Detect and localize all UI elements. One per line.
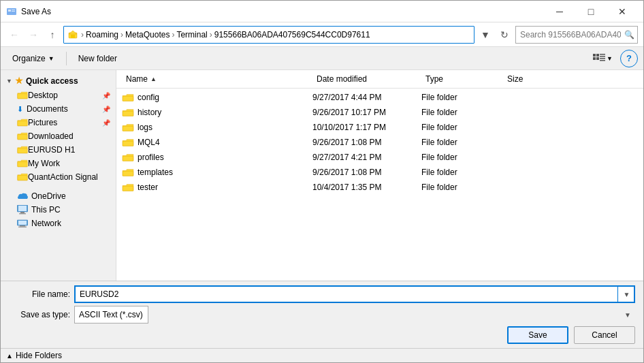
sidebar-item-downloaded[interactable]: Downloaded [1, 129, 116, 143]
svg-rect-20 [18, 176, 27, 180]
svg-rect-12 [600, 56, 605, 57]
mywork-label: My Work [28, 159, 60, 168]
pictures-pin-icon: 📌 [102, 119, 110, 127]
svg-rect-15 [18, 94, 27, 99]
folder-icon [122, 153, 134, 162]
sidebar-item-pictures[interactable]: Pictures 📌 [1, 116, 116, 129]
file-name-templates: templates [122, 168, 312, 177]
file-date-mql4: 9/26/2017 1:08 PM [312, 138, 421, 147]
quick-access-chevron: ▼ [6, 78, 12, 84]
filename-input[interactable] [74, 285, 635, 303]
refresh-button[interactable]: ↻ [496, 27, 513, 43]
eurusd-label: EURUSD H1 [28, 145, 75, 155]
back-button[interactable]: ← [6, 27, 22, 43]
col-header-date[interactable]: Date modified [312, 72, 421, 86]
breadcrumb-terminal[interactable]: Terminal [176, 30, 207, 40]
file-type-mql4: File folder [421, 138, 503, 147]
table-row[interactable]: MQL4 9/26/2017 1:08 PM File folder [116, 135, 643, 150]
svg-rect-34 [123, 171, 133, 176]
quantaction-label: QuantAction Signal [28, 172, 98, 182]
search-input[interactable] [515, 26, 638, 44]
breadcrumb-id[interactable]: 915566BA06ADA407569C544CC0D97611 [214, 30, 370, 40]
breadcrumb-home [68, 29, 79, 40]
up-button[interactable]: ↑ [44, 27, 61, 43]
sidebar-item-eurusd[interactable]: EURUSD H1 [1, 143, 116, 157]
downloaded-label: Downloaded [28, 131, 74, 141]
sidebar-item-thispc[interactable]: This PC [1, 203, 116, 217]
file-type-profiles: File folder [421, 153, 503, 162]
col-header-name[interactable]: Name ▲ [122, 72, 312, 86]
new-folder-button[interactable]: New folder [72, 51, 123, 66]
documents-arrow-icon: ⬇ [17, 105, 23, 114]
organize-button[interactable]: Organize ▼ [6, 51, 61, 66]
quick-access-header[interactable]: ▼ ★ Quick access [1, 73, 116, 89]
file-date-logs: 10/10/2017 1:17 PM [312, 123, 421, 132]
col-header-size[interactable]: Size [503, 72, 558, 86]
breadcrumb-sep-4: › [210, 30, 212, 40]
table-row[interactable]: tester 10/4/2017 1:35 PM File folder [116, 180, 643, 195]
col-header-type[interactable]: Type [421, 72, 503, 86]
file-type-logs: File folder [421, 123, 503, 132]
minimize-button[interactable]: ─ [544, 1, 575, 22]
savetype-select[interactable]: ASCII Text (*.csv) [74, 306, 148, 323]
pictures-label: Pictures [28, 118, 57, 127]
downloaded-folder-icon [17, 131, 28, 141]
file-name-logs: logs [122, 123, 312, 132]
onedrive-icon [17, 192, 28, 200]
svg-rect-24 [19, 213, 26, 215]
svg-rect-3 [12, 11, 15, 12]
table-row[interactable]: config 9/27/2017 4:44 PM File folder [116, 90, 643, 105]
svg-rect-8 [596, 54, 599, 57]
sidebar-item-mywork[interactable]: My Work [1, 157, 116, 170]
close-button[interactable]: ✕ [607, 1, 638, 22]
save-button[interactable]: Save [507, 326, 568, 344]
desktop-folder-icon [17, 91, 28, 100]
sidebar: ▼ ★ Quick access Desktop 📌 ⬇ Documents 📌 [1, 70, 116, 281]
cancel-button[interactable]: Cancel [574, 326, 635, 344]
table-row[interactable]: templates 9/26/2017 1:08 PM File folder [116, 165, 643, 180]
sidebar-item-desktop[interactable]: Desktop 📌 [1, 89, 116, 102]
thispc-icon [17, 205, 28, 215]
file-name-profiles: profiles [122, 153, 312, 162]
savetype-label: Save as type: [9, 310, 70, 319]
onedrive-label: OneDrive [31, 191, 66, 201]
filename-dropdown-button[interactable]: ▼ [617, 285, 635, 303]
file-date-history: 9/26/2017 10:17 PM [312, 108, 421, 117]
view-button[interactable]: ▼ [588, 51, 617, 66]
file-name-mql4: MQL4 [122, 138, 312, 147]
sidebar-item-onedrive[interactable]: OneDrive [1, 189, 116, 203]
forward-button[interactable]: → [25, 27, 42, 43]
svg-rect-29 [123, 96, 133, 101]
mywork-folder-icon [17, 159, 28, 168]
file-type-templates: File folder [421, 168, 503, 177]
address-bar: ← → ↑ › Roaming › MetaQuotes › Terminal … [1, 22, 643, 47]
title-bar: Save As ─ □ ✕ [1, 1, 643, 22]
savetype-row: Save as type: ASCII Text (*.csv) ▼ [9, 306, 635, 323]
desktop-pin-icon: 📌 [102, 92, 110, 99]
svg-rect-5 [71, 35, 75, 38]
file-name-tester: tester [122, 183, 312, 192]
sidebar-item-documents[interactable]: ⬇ Documents 📌 [1, 102, 116, 116]
table-row[interactable]: profiles 9/27/2017 4:21 PM File folder [116, 150, 643, 165]
sidebar-item-network[interactable]: Network [1, 217, 116, 230]
breadcrumb-roaming[interactable]: Roaming [86, 30, 118, 40]
table-row[interactable]: history 9/26/2017 10:17 PM File folder [116, 105, 643, 120]
breadcrumb-metaquotes[interactable]: MetaQuotes [125, 30, 170, 40]
sidebar-item-quantaction[interactable]: QuantAction Signal [1, 170, 116, 184]
svg-rect-10 [596, 57, 599, 60]
view-icon [593, 54, 605, 63]
filename-row: File name: ▼ [9, 285, 635, 303]
help-button[interactable]: ? [620, 50, 638, 67]
documents-pin-icon: 📌 [102, 106, 110, 113]
quick-access-label: Quick access [26, 76, 78, 86]
svg-rect-35 [123, 186, 133, 191]
dropdown-button[interactable]: ▼ [477, 27, 494, 43]
breadcrumb-bar[interactable]: › Roaming › MetaQuotes › Terminal › 9155… [63, 26, 474, 44]
hide-folders-label: Hide Folders [16, 351, 62, 360]
hide-folders-row[interactable]: ▲ Hide Folders [1, 348, 643, 362]
file-area: Name ▲ Date modified Type Size config [116, 70, 643, 281]
maximize-button[interactable]: □ [575, 1, 607, 22]
table-row[interactable]: logs 10/10/2017 1:17 PM File folder [116, 120, 643, 135]
file-date-tester: 10/4/2017 1:35 PM [312, 183, 421, 192]
savetype-dropdown-icon: ▼ [624, 311, 631, 319]
